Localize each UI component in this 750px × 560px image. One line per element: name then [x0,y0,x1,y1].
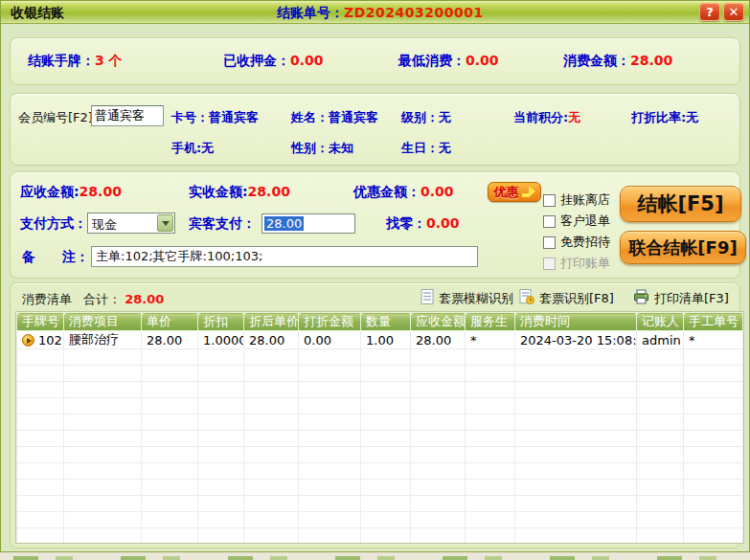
table-cell-empty [142,512,198,528]
table-cell-empty [361,414,411,431]
table-cell-empty [198,512,244,528]
table-cell-empty [64,447,142,463]
payment-method-select[interactable]: 现金 [87,213,175,234]
print-list-button[interactable]: 打印清单[F3] [633,289,729,307]
table-cell-empty [411,414,466,431]
column-header[interactable]: 记账人 [637,313,684,331]
table-row-empty [17,414,743,431]
column-header[interactable]: 折后单价 [244,313,299,331]
checkbox-free-of-charge[interactable]: 免费招待 [543,234,610,251]
table-cell-empty [142,431,198,447]
column-header[interactable]: 单价 [142,313,198,331]
table-cell-empty [142,382,198,398]
consumption-table: 手牌号消费项目单价折扣折后单价打折金额数量应收金额服务生消费时间记账人手工单号 … [16,312,743,544]
table-cell-empty [515,528,637,545]
table-cell-empty [637,382,684,398]
ticket-recognize-button[interactable]: 套票识别[F8] [519,289,614,307]
column-header[interactable]: 数量 [361,313,411,331]
table-cell-empty [299,447,361,463]
joint-settle-button[interactable]: 联合结帐[F9] [620,231,746,264]
table-cell-empty [411,512,466,528]
table-cell-empty [142,366,198,382]
payment-panel: 应收金额:28.00 实收金额:28.00 优惠金额：0.00 优惠 挂账离店 … [10,171,740,279]
table-cell-empty [198,414,244,431]
table-cell-empty [361,431,411,447]
table-cell-empty [361,398,411,414]
column-header[interactable]: 折扣 [198,313,244,331]
table-cell-empty [64,480,142,496]
table-cell-empty [637,512,684,528]
settlement-order-number: 结账单号：ZD202403200001 [277,5,484,22]
summary-item-deposit: 已收押金：0.00 [223,53,324,70]
member-no-input[interactable] [91,105,164,126]
checkbox-customer-refund[interactable]: 客户退单 [543,213,610,230]
column-header[interactable]: 打折金额 [299,313,361,331]
table-cell-empty [684,447,743,463]
guest-pay-label-pair: 宾客支付： [189,215,256,233]
checkbox-charge-account[interactable]: 挂账离店 [543,191,610,209]
column-header[interactable]: 手工单号 [684,313,743,331]
table-cell-empty [466,463,515,480]
table-cell-empty [361,512,411,528]
ticket-fuzzy-recognize-button[interactable]: 套票模糊识别 [420,289,513,307]
table-cell-empty [515,447,637,463]
note-input[interactable] [91,246,478,267]
table-cell-empty [17,366,64,382]
table-cell-empty [142,349,198,366]
table-cell-empty [244,463,299,480]
table-cell-empty [684,496,743,512]
table-cell-empty [466,366,515,382]
list-caption: 消费清单 合计： 28.00 [22,291,164,308]
guest-pay-input[interactable]: 28.00 [261,213,355,234]
chevron-down-icon[interactable] [157,214,173,232]
table-cell-empty [64,463,142,480]
close-icon[interactable]: ✕ [723,3,744,21]
table-cell-empty [299,480,361,496]
table-cell-empty [637,414,684,431]
table-cell-empty [299,496,361,512]
table-cell-empty [299,431,361,447]
table-cell-empty [244,398,299,414]
table-cell-empty [17,480,64,496]
table-cell-empty [684,528,743,545]
table-cell-empty [361,463,411,480]
table-row[interactable]: 102腰部治疗28.001.000028.000.001.0028.00*202… [17,331,743,349]
table-cell-empty [299,349,361,366]
table-cell-empty [244,414,299,431]
column-header[interactable]: 消费时间 [515,313,637,331]
column-header[interactable]: 服务生 [466,313,515,331]
column-header[interactable]: 手牌号 [17,313,64,331]
table-cell-empty [17,447,64,463]
table-cell-empty [637,496,684,512]
table-cell-empty [515,398,637,414]
table-cell-empty [17,414,64,431]
order-number-label: 结账单号： [277,5,344,20]
table-cell-empty [411,447,466,463]
checkbox-icon [543,194,556,207]
discount-button[interactable]: 优惠 [488,182,541,202]
column-header[interactable]: 消费项目 [64,313,142,331]
table-cell-empty [142,528,198,545]
document-lines-icon [420,289,434,307]
table-cell-empty [244,349,299,366]
table-cell: 腰部治疗 [64,331,142,349]
cashier-settlement-window: 收银结账 结账单号：ZD202403200001 ? ✕ 结账手牌：3 个 已收… [0,0,750,552]
table-cell-empty [684,512,743,528]
table-row-empty [17,431,743,447]
table-cell-empty [299,366,361,382]
table-cell-empty [361,366,411,382]
table-cell-empty [515,414,637,431]
table-cell-empty [299,382,361,398]
table-cell-empty [637,398,684,414]
table-cell-empty [466,382,515,398]
consumption-grid[interactable]: 手牌号消费项目单价折扣折后单价打折金额数量应收金额服务生消费时间记账人手工单号 … [15,311,744,544]
settle-button[interactable]: 结帐[F5] [620,186,741,222]
table-cell-empty [64,528,142,545]
column-header[interactable]: 应收金额 [411,313,466,331]
checkbox-icon [543,236,556,249]
table-cell-empty [244,512,299,528]
table-cell-empty [411,382,466,398]
help-icon[interactable]: ? [699,3,720,21]
table-cell-empty [361,480,411,496]
table-cell-empty [361,496,411,512]
